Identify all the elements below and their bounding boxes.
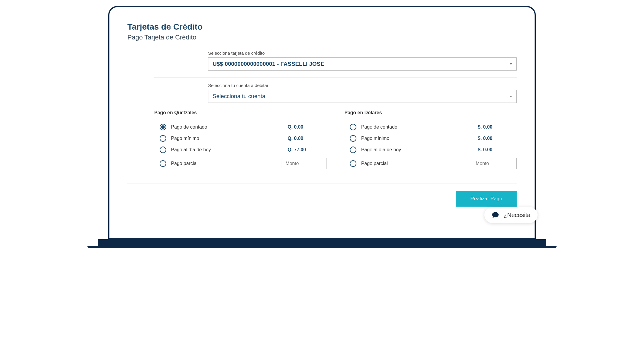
dolares-option-parcial[interactable]: Pago parcial: [344, 155, 517, 172]
account-select-label: Selecciona tu cuenta a debitar: [208, 83, 517, 88]
radio-icon[interactable]: [350, 135, 356, 142]
account-select-placeholder: Selecciona tu cuenta: [213, 93, 510, 100]
payment-columns: Pago en Quetzales Pago de contado Q. 0.0…: [154, 110, 517, 172]
dolares-option-contado[interactable]: Pago de contado $. 0.00: [344, 121, 517, 133]
card-select[interactable]: U$$ 0000000000000001 - FASSELLI JOSE: [208, 57, 517, 71]
chevron-down-icon: [510, 96, 512, 97]
radio-icon[interactable]: [350, 160, 356, 167]
radio-icon[interactable]: [160, 147, 166, 153]
pay-button[interactable]: Realizar Pago: [456, 191, 517, 207]
option-amount: $. 0.00: [478, 147, 517, 152]
page-title: Tarjetas de Crédito: [127, 22, 517, 32]
option-label: Pago mínimo: [171, 136, 288, 141]
actions-row: Realizar Pago: [127, 191, 517, 207]
chat-widget[interactable]: ¿Necesita: [484, 207, 538, 223]
quetzales-option-contado[interactable]: Pago de contado Q. 0.00: [154, 121, 326, 133]
option-amount: Q. 0.00: [288, 136, 326, 141]
dolares-amount-input[interactable]: [472, 158, 517, 169]
quetzales-option-minimo[interactable]: Pago mínimo Q. 0.00: [154, 133, 326, 144]
account-select[interactable]: Selecciona tu cuenta: [208, 90, 517, 103]
dolares-option-minimo[interactable]: Pago mínimo $. 0.00: [344, 133, 517, 144]
radio-icon[interactable]: [160, 160, 166, 167]
dolares-column: Pago en Dólares Pago de contado $. 0.00 …: [344, 110, 517, 172]
option-label: Pago mínimo: [361, 136, 478, 141]
form-area: Selecciona tarjeta de crédito U$$ 000000…: [127, 51, 517, 172]
dolares-title: Pago en Dólares: [344, 110, 517, 115]
quetzales-column: Pago en Quetzales Pago de contado Q. 0.0…: [154, 110, 326, 172]
card-select-label: Selecciona tarjeta de crédito: [208, 51, 517, 56]
chat-icon: [492, 211, 499, 219]
chevron-down-icon: [510, 63, 512, 65]
divider: [127, 184, 517, 184]
option-label: Pago parcial: [361, 161, 472, 166]
radio-icon[interactable]: [350, 124, 356, 130]
quetzales-title: Pago en Quetzales: [154, 110, 326, 115]
option-label: Pago parcial: [171, 161, 282, 166]
card-currency-prefix: U$$: [213, 61, 223, 67]
option-amount: $. 0.00: [478, 136, 517, 141]
card-select-value: 0000000000000001 - FASSELLI JOSE: [225, 61, 510, 67]
option-amount: Q. 0.00: [288, 124, 326, 130]
chat-text: ¿Necesita: [503, 212, 530, 219]
option-label: Pago de contado: [171, 124, 288, 130]
page-subtitle: Pago Tarjeta de Crédito: [127, 33, 517, 45]
radio-icon[interactable]: [160, 124, 166, 130]
quetzales-amount-input[interactable]: [282, 158, 326, 169]
quetzales-option-hoy[interactable]: Pago al día de hoy Q. 77.00: [154, 144, 326, 155]
radio-icon[interactable]: [160, 135, 166, 142]
option-amount: Q. 77.00: [288, 147, 326, 152]
radio-icon[interactable]: [350, 147, 356, 153]
divider: [154, 77, 517, 77]
dolares-option-hoy[interactable]: Pago al día de hoy $. 0.00: [344, 144, 517, 155]
option-label: Pago de contado: [361, 124, 478, 130]
quetzales-option-parcial[interactable]: Pago parcial: [154, 155, 326, 172]
app-frame: Tarjetas de Crédito Pago Tarjeta de Créd…: [108, 6, 536, 239]
option-amount: $. 0.00: [478, 124, 517, 130]
option-label: Pago al día de hoy: [361, 147, 478, 152]
option-label: Pago al día de hoy: [171, 147, 288, 152]
laptop-base: [98, 239, 546, 248]
